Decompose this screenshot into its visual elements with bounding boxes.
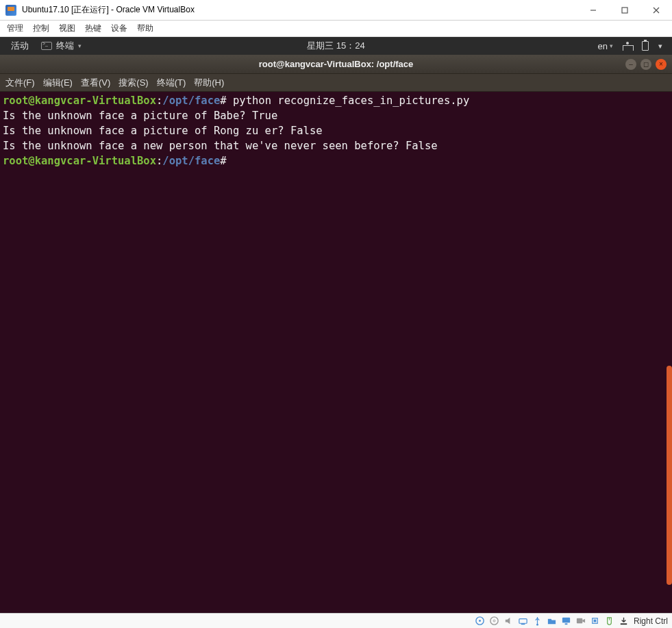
svg-point-10 [536,624,538,626]
terminal-line: root@kangvcar-VirtualBox:/opt/face# pyth… [3,93,669,108]
vbox-menu-view[interactable]: 视图 [59,23,75,34]
vbox-menu-devices[interactable]: 设备 [111,23,127,34]
terminal-output-line: Is the unknown face a picture of Babe? T… [3,108,669,123]
terminal-maximize-button[interactable]: ◻ [640,59,651,70]
terminal-window-title: root@kangvcar-VirtualBox: /opt/face [259,59,414,69]
terminal-output-line: Is the unknown face a picture of Rong zu… [3,123,669,138]
svg-rect-9 [521,623,525,625]
chevron-down-icon: ▾ [78,42,82,49]
gnome-clock[interactable]: 星期三 15：24 [307,40,365,52]
gnome-input-source-label: en [598,41,608,51]
usb-icon[interactable] [532,615,543,627]
terminal-menu-search[interactable]: 搜索(S) [119,77,148,89]
vbox-window-title: Ubuntu17.10 [正在运行] - Oracle VM VirtualBo… [22,4,577,16]
prompt-user: root@kangvcar-VirtualBox [3,95,156,107]
prompt-hash: # [220,155,226,167]
prompt-path: /opt/face [162,95,220,107]
vbox-statusbar: Right Ctrl [0,613,672,628]
vbox-app-icon [5,5,16,16]
vbox-menubar: 管理 控制 视图 热键 设备 帮助 [0,21,672,37]
battery-icon[interactable] [642,41,649,51]
terminal-icon [41,42,52,50]
terminal-menu-edit[interactable]: 编辑(E) [43,77,73,89]
display-icon[interactable] [560,615,572,627]
svg-point-6 [490,617,498,625]
vbox-minimize-button[interactable] [577,0,609,21]
svg-rect-8 [519,619,527,624]
prompt-hash: # [220,95,226,107]
vbox-maximize-button[interactable] [609,0,640,21]
terminal-output-line: Is the unknown face a new person that we… [3,138,669,153]
command-text [227,155,233,167]
network-adapter-icon[interactable] [517,615,529,627]
terminal-close-button[interactable]: × [656,59,667,70]
network-icon[interactable] [623,42,632,50]
svg-rect-11 [562,618,570,623]
recording-icon[interactable] [575,615,586,627]
svg-rect-12 [565,623,568,625]
optical-disk-icon[interactable] [488,615,500,627]
gnome-input-source[interactable]: en ▾ [598,41,613,51]
svg-rect-1 [622,8,627,13]
gnome-app-menu[interactable]: 终端 ▾ [37,40,86,52]
vbox-menu-help[interactable]: 帮助 [137,23,153,34]
command-text: python recognize_faces_in_pictures.py [227,95,470,107]
prompt-path: /opt/face [162,155,220,167]
vbox-titlebar: Ubuntu17.10 [正在运行] - Oracle VM VirtualBo… [0,0,672,21]
terminal-menu-view[interactable]: 查看(V) [81,77,110,89]
hard-disk-icon[interactable] [474,615,486,627]
svg-point-7 [493,620,495,622]
terminal-minimize-button[interactable]: – [625,59,636,70]
system-menu-caret-icon[interactable]: ▾ [658,42,662,51]
gnome-activities-button[interactable]: 活动 [7,40,33,52]
cpu-icon[interactable] [589,615,601,627]
svg-point-5 [479,620,481,622]
vbox-window-buttons [577,0,672,21]
prompt-colon: : [156,95,162,107]
chevron-down-icon: ▾ [610,42,613,49]
gnome-app-menu-label: 终端 [56,40,74,52]
svg-rect-13 [577,618,582,624]
vbox-menu-hotkeys[interactable]: 热键 [85,23,101,34]
terminal-menu-help[interactable]: 帮助(H) [194,77,224,89]
vbox-menu-control[interactable]: 控制 [33,23,49,34]
terminal-viewport[interactable]: root@kangvcar-VirtualBox:/opt/face# pyth… [0,92,672,613]
prompt-colon: : [156,155,162,167]
terminal-menubar: 文件(F) 编辑(E) 查看(V) 搜索(S) 终端(T) 帮助(H) [0,74,672,92]
shared-folder-icon[interactable] [546,615,558,627]
vbox-menu-manage[interactable]: 管理 [7,23,23,34]
audio-icon[interactable] [503,615,514,627]
svg-rect-15 [594,620,597,623]
vbox-close-button[interactable] [640,0,672,21]
svg-rect-17 [621,623,627,625]
keyboard-capture-icon[interactable] [618,615,630,627]
terminal-menu-file[interactable]: 文件(F) [5,77,35,89]
prompt-user: root@kangvcar-VirtualBox [3,155,156,167]
host-key-label: Right Ctrl [632,616,668,626]
terminal-window-titlebar: root@kangvcar-VirtualBox: /opt/face – ◻ … [0,55,672,74]
terminal-line: root@kangvcar-VirtualBox:/opt/face# [3,153,669,168]
terminal-scrollbar[interactable] [667,366,672,585]
mouse-integration-icon[interactable] [603,615,615,627]
terminal-menu-terminal[interactable]: 终端(T) [157,77,186,89]
gnome-top-panel: 活动 终端 ▾ 星期三 15：24 en ▾ ▾ [0,37,672,55]
